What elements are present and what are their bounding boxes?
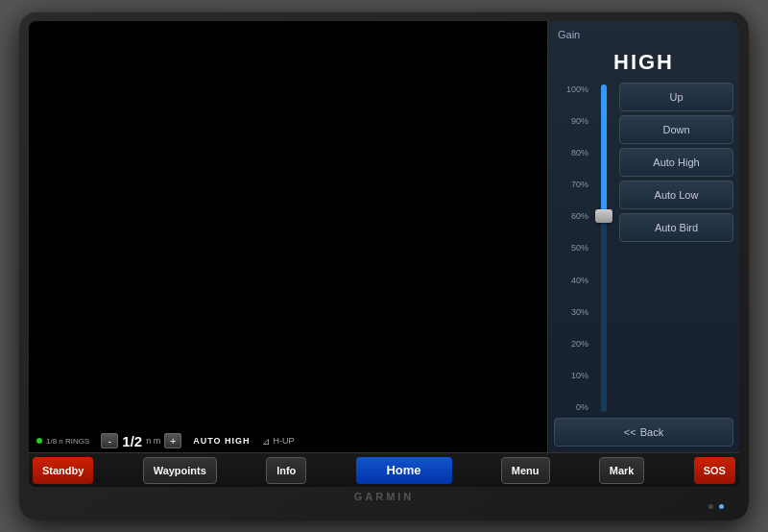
screen: 1/8 n RINGS - 1/2 n m + AUTO HIGH ⊿ H-UP <box>29 21 739 487</box>
slider-track <box>601 85 607 412</box>
device-body: 1/8 n RINGS - 1/2 n m + AUTO HIGH ⊿ H-UP <box>19 12 749 520</box>
auto-high-button[interactable]: Auto High <box>619 148 733 177</box>
range-plus-button[interactable]: + <box>164 433 181 448</box>
range-minus-button[interactable]: - <box>101 433 118 448</box>
gain-buttons: Up Down Auto High Auto Low Auto Bird <box>619 83 733 414</box>
home-button[interactable]: Home <box>356 457 452 484</box>
auto-high-label: AUTO HIGH <box>193 436 250 446</box>
back-button[interactable]: << Back <box>554 418 733 447</box>
device-footer <box>29 504 739 511</box>
slider-thumb[interactable] <box>595 209 612 223</box>
gain-percentage-label: 10% <box>571 371 588 380</box>
gain-labels: 100%90%80%70%60%50%40%30%20%10%0% <box>554 83 588 414</box>
standby-button[interactable]: Standby <box>33 457 93 484</box>
heading-mode: ⊿ H-UP <box>262 436 295 447</box>
gain-percentage-label: 70% <box>571 180 588 189</box>
gain-slider-section: 100%90%80%70%60%50%40%30%20%10%0% Up Dow… <box>554 83 733 414</box>
back-arrow: << <box>624 426 636 438</box>
gain-percentage-label: 60% <box>571 211 588 221</box>
range-control: - 1/2 n m + <box>101 433 181 449</box>
rings-label: 1/8 n RINGS <box>46 437 89 446</box>
gain-percentage-label: 40% <box>571 276 588 285</box>
main-content: 1/8 n RINGS - 1/2 n m + AUTO HIGH ⊿ H-UP <box>29 21 739 452</box>
range-unit: n m <box>146 436 160 446</box>
auto-low-button[interactable]: Auto Low <box>619 181 733 209</box>
mark-button[interactable]: Mark <box>599 457 645 484</box>
gain-percentage-label: 100% <box>566 85 588 94</box>
gain-percentage-label: 80% <box>571 148 588 157</box>
range-value: 1/2 <box>122 433 142 449</box>
radar-display: 1/8 n RINGS - 1/2 n m + AUTO HIGH ⊿ H-UP <box>29 21 547 452</box>
down-button[interactable]: Down <box>619 115 733 144</box>
led-dot-2 <box>719 504 724 509</box>
waypoints-button[interactable]: Waypoints <box>143 457 217 484</box>
mode-label: AUTO HIGH <box>193 436 250 446</box>
radar-canvas <box>29 21 547 452</box>
compass-icon: ⊿ <box>262 436 270 447</box>
menu-button[interactable]: Menu <box>501 457 550 484</box>
led-dot-1 <box>708 504 713 509</box>
up-button[interactable]: Up <box>619 83 733 111</box>
gain-title: Gain <box>554 27 733 42</box>
brand-label: GARMIN <box>354 487 415 504</box>
status-indicator <box>36 438 42 444</box>
gain-percentage-label: 20% <box>571 339 588 349</box>
auto-bird-button[interactable]: Auto Bird <box>619 213 733 242</box>
gain-slider-track[interactable] <box>594 83 613 414</box>
gain-percentage-label: 50% <box>571 243 588 253</box>
sos-button[interactable]: SOS <box>694 457 735 484</box>
standby-status: 1/8 n RINGS <box>36 437 89 446</box>
hup-label: H-UP <box>274 436 295 446</box>
gain-percentage-label: 0% <box>576 402 588 412</box>
radar-status-bar: 1/8 n RINGS - 1/2 n m + AUTO HIGH ⊿ H-UP <box>29 429 547 452</box>
info-button[interactable]: Info <box>266 457 306 484</box>
gain-percentage-label: 90% <box>571 116 588 126</box>
gain-panel: Gain HIGH 100%90%80%70%60%50%40%30%20%10… <box>547 21 739 452</box>
bottom-nav-bar: Standby Waypoints Info Home Menu Mark SO… <box>29 452 739 487</box>
back-label: Back <box>640 426 663 438</box>
gain-percentage-label: 30% <box>571 307 588 317</box>
gain-value: HIGH <box>554 46 733 79</box>
